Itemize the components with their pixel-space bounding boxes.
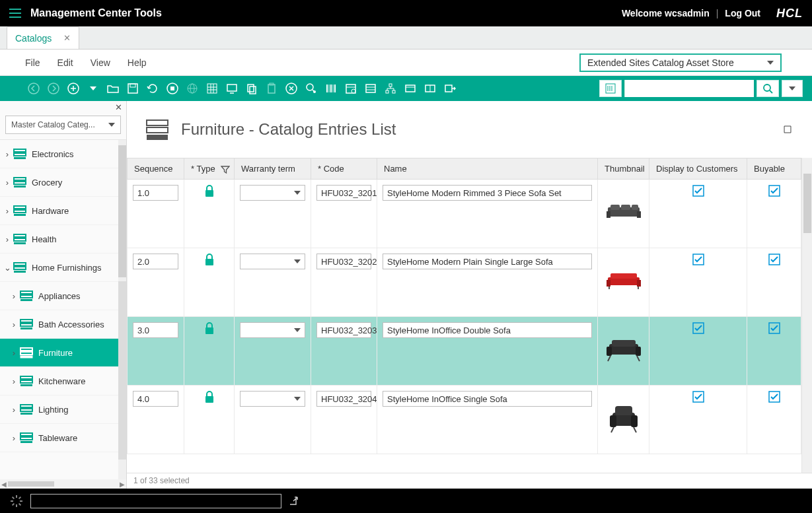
warranty-select[interactable] <box>240 254 305 269</box>
warranty-select[interactable] <box>240 391 305 407</box>
search-input[interactable] <box>624 80 754 97</box>
expand-toggle-icon[interactable]: › <box>4 234 11 244</box>
tree-item-hardware[interactable]: ›Hardware <box>0 197 118 225</box>
code-input[interactable]: HFU032_3202 <box>316 254 371 269</box>
tree-item-tableware[interactable]: ›Tableware <box>0 424 118 452</box>
table-row[interactable]: 4.0 HFU032_3204 StyleHome InOffice Singl… <box>128 386 801 454</box>
stop-icon[interactable] <box>164 80 181 97</box>
table-row[interactable]: 2.0 HFU032_3202 StyleHome Modern Plain S… <box>128 248 801 317</box>
sequence-input[interactable]: 4.0 <box>133 391 178 407</box>
expand-toggle-icon[interactable]: › <box>11 433 17 443</box>
tree-item-kitchenware[interactable]: ›Kitchenware <box>0 367 118 395</box>
store-selector[interactable]: Extended Sites Catalog Asset Store <box>579 53 782 72</box>
calendar-icon[interactable] <box>342 80 359 97</box>
code-input[interactable]: HFU032_3203 <box>316 322 371 338</box>
logout-link[interactable]: Log Out <box>725 8 760 18</box>
menu-edit[interactable]: Edit <box>57 57 73 68</box>
sequence-input[interactable]: 1.0 <box>133 185 178 201</box>
table-row[interactable]: 1.0 HFU032_3201 StyleHome Modern Rimmed … <box>128 180 801 248</box>
sequence-input[interactable]: 2.0 <box>133 254 178 269</box>
paste-icon[interactable] <box>263 80 280 97</box>
expand-toggle-icon[interactable]: › <box>4 149 11 159</box>
sidebar-close-icon[interactable]: ✕ <box>0 101 126 113</box>
display-checkbox[interactable] <box>655 185 741 197</box>
monitor-icon[interactable] <box>223 80 240 97</box>
sequence-input[interactable]: 3.0 <box>133 322 178 338</box>
display-checkbox[interactable] <box>655 322 741 334</box>
tree-item-electronics[interactable]: ›Electronics <box>0 140 118 168</box>
name-input[interactable]: StyleHome InOffice Single Sofa <box>383 391 592 407</box>
search-mode-button[interactable] <box>599 80 622 97</box>
menu-file[interactable]: File <box>25 57 40 68</box>
find-icon[interactable] <box>303 80 320 97</box>
close-icon[interactable]: ✕ <box>63 33 71 43</box>
display-checkbox[interactable] <box>655 254 741 265</box>
export-icon[interactable] <box>441 80 459 97</box>
menu-help[interactable]: Help <box>128 57 147 68</box>
layout1-icon[interactable] <box>402 80 419 97</box>
tree-item-health[interactable]: ›Health <box>0 225 118 254</box>
barcode-icon[interactable] <box>322 80 340 97</box>
menu-view[interactable]: View <box>91 57 110 68</box>
warranty-select[interactable] <box>240 185 305 201</box>
tab-catalogs[interactable]: Catalogs ✕ <box>7 26 79 49</box>
tree-item-appliances[interactable]: ›Appliances <box>0 282 118 310</box>
expand-toggle-icon[interactable]: › <box>4 178 11 188</box>
expand-toggle-icon[interactable]: › <box>4 206 11 216</box>
col-sequence[interactable]: Sequence <box>128 158 184 180</box>
expand-toggle-icon[interactable]: › <box>11 291 17 301</box>
col-display[interactable]: Display to Customers <box>649 158 747 180</box>
expand-toggle-icon[interactable]: › <box>11 320 17 329</box>
display-checkbox[interactable] <box>655 391 741 403</box>
open-icon[interactable] <box>104 80 122 97</box>
expand-toggle-icon[interactable]: ⌄ <box>4 263 11 273</box>
grid-scrollbar[interactable] <box>801 158 812 473</box>
grid-icon[interactable] <box>203 80 221 97</box>
command-input[interactable] <box>30 494 281 508</box>
back-icon[interactable] <box>25 80 42 97</box>
hierarchy-icon[interactable] <box>382 80 399 97</box>
col-name[interactable]: Name <box>377 158 598 180</box>
name-input[interactable]: StyleHome Modern Plain Single Large Sofa <box>383 254 592 269</box>
forward-icon[interactable] <box>45 80 62 97</box>
copy-icon[interactable] <box>243 80 260 97</box>
table-row[interactable]: 3.0 HFU032_3203 StyleHome InOffice Doubl… <box>128 317 801 386</box>
filter-icon[interactable] <box>221 165 230 174</box>
code-input[interactable]: HFU032_3204 <box>316 391 371 407</box>
tree-scrollbar[interactable] <box>118 140 126 479</box>
globe-icon[interactable] <box>184 80 201 97</box>
search-options-button[interactable] <box>782 80 803 97</box>
tree-item-grocery[interactable]: ›Grocery <box>0 168 118 197</box>
buyable-checkbox[interactable] <box>753 254 795 265</box>
search-button[interactable] <box>757 80 779 97</box>
buyable-checkbox[interactable] <box>753 185 795 197</box>
col-buyable[interactable]: Buyable <box>747 158 801 180</box>
expand-toggle-icon[interactable]: › <box>11 348 17 358</box>
add-icon[interactable] <box>65 80 82 97</box>
tree-item-bath-accessories[interactable]: ›Bath Accessories <box>0 310 118 339</box>
layout2-icon[interactable] <box>422 80 439 97</box>
col-code[interactable]: * Code <box>311 158 377 180</box>
add-chevron-icon[interactable] <box>85 80 102 97</box>
table-icon[interactable] <box>362 80 379 97</box>
warranty-select[interactable] <box>240 322 305 338</box>
tree-h-scrollbar[interactable]: ◀▶ <box>0 479 126 489</box>
goto-icon[interactable] <box>288 495 300 507</box>
buyable-checkbox[interactable] <box>753 322 795 334</box>
code-input[interactable]: HFU032_3201 <box>316 185 371 201</box>
name-input[interactable]: StyleHome Modern Rimmed 3 Piece Sofa Set <box>383 185 592 201</box>
col-thumbnail[interactable]: Thumbnail <box>598 158 649 180</box>
catalog-selector[interactable]: Master Catalog Categ... <box>5 116 121 134</box>
save-icon[interactable] <box>124 80 141 97</box>
col-type[interactable]: * Type <box>184 158 235 180</box>
refresh-icon[interactable] <box>144 80 161 97</box>
expand-icon[interactable] <box>782 123 794 135</box>
expand-toggle-icon[interactable]: › <box>11 405 17 415</box>
name-input[interactable]: StyleHome InOffice Double Sofa <box>383 322 592 338</box>
tree-item-home-furnishings[interactable]: ⌄Home Furnishings <box>0 254 118 282</box>
tree-item-furniture[interactable]: ›Furniture <box>0 339 118 367</box>
col-warranty[interactable]: Warranty term <box>235 158 311 180</box>
buyable-checkbox[interactable] <box>753 391 795 403</box>
hamburger-icon[interactable] <box>9 9 21 18</box>
tree-item-lighting[interactable]: ›Lighting <box>0 395 118 424</box>
